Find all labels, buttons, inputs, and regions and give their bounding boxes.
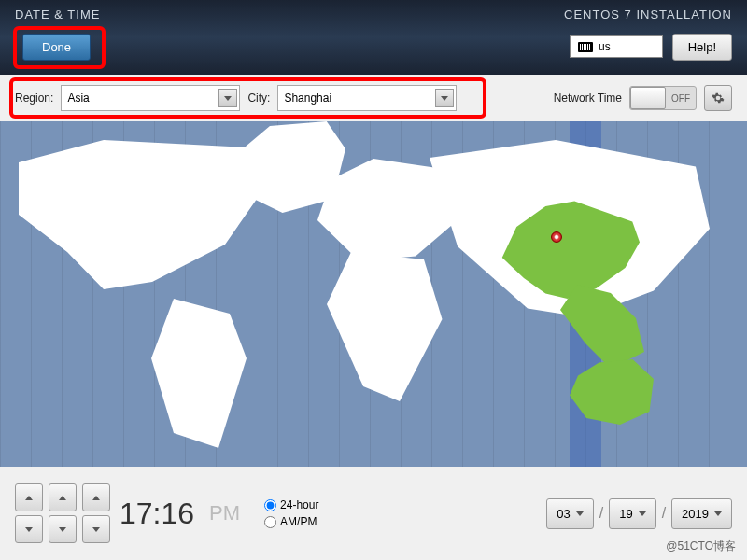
year-dropdown[interactable]: 2019	[671, 498, 732, 529]
hour-up-button[interactable]	[15, 483, 43, 511]
day-dropdown[interactable]: 19	[609, 498, 655, 529]
timezone-map[interactable]	[0, 121, 747, 467]
done-button[interactable]: Done	[22, 34, 91, 61]
time-display: 17:16	[120, 497, 194, 531]
network-time-settings-button[interactable]	[704, 85, 732, 111]
minute-up-button[interactable]	[49, 483, 77, 511]
installer-title: CENTOS 7 INSTALLATION	[564, 7, 732, 21]
format-ampm-option[interactable]: AM/PM	[264, 515, 318, 528]
date-group: 03 / 19 / 2019	[546, 498, 732, 529]
minute-spinner	[49, 483, 77, 543]
chevron-up-icon	[59, 496, 66, 500]
selection-bar: Region: Asia City: Shanghai Network Time…	[0, 75, 747, 121]
date-separator: /	[599, 505, 603, 522]
keyboard-layout-indicator[interactable]: us	[570, 35, 663, 58]
landmass-south-america	[140, 299, 252, 448]
help-button[interactable]: Help!	[672, 34, 732, 61]
chevron-down-icon	[576, 511, 584, 516]
network-time-toggle[interactable]: OFF	[629, 86, 697, 110]
minute-value: 16	[161, 497, 194, 530]
city-label: City:	[247, 91, 270, 105]
ampm-spinner	[82, 483, 110, 543]
watermark: @51CTO博客	[666, 539, 736, 554]
chevron-down-icon	[59, 527, 66, 532]
hour-value: 17	[120, 497, 153, 530]
header-bar: DATE & TIME CENTOS 7 INSTALLATION Done u…	[0, 0, 747, 75]
keyboard-layout-value: us	[599, 40, 611, 53]
format-ampm-radio[interactable]	[264, 516, 276, 528]
month-dropdown[interactable]: 03	[546, 498, 593, 529]
region-label: Region:	[15, 91, 53, 105]
keyboard-icon	[578, 42, 593, 52]
time-format-group: 24-hour AM/PM	[264, 498, 318, 528]
hour-down-button[interactable]	[15, 515, 43, 543]
network-time-label: Network Time	[554, 91, 622, 105]
ampm-value: PM	[209, 501, 240, 525]
chevron-down-icon	[218, 89, 237, 107]
chevron-down-icon	[92, 527, 100, 532]
time-date-bar: 17:16 PM 24-hour AM/PM 03 / 19 / 2019	[0, 467, 747, 560]
minute-down-button[interactable]	[49, 515, 77, 543]
ampm-down-button[interactable]	[82, 515, 110, 543]
chevron-down-icon	[435, 89, 454, 107]
gear-icon	[712, 91, 725, 105]
region-dropdown[interactable]: Asia	[61, 85, 240, 111]
city-value: Shanghai	[284, 91, 331, 105]
region-value: Asia	[67, 91, 89, 105]
city-dropdown[interactable]: Shanghai	[277, 85, 457, 111]
format-24h-radio[interactable]	[264, 499, 276, 511]
location-pin-icon	[551, 231, 562, 243]
toggle-knob	[630, 87, 666, 109]
chevron-down-icon	[639, 511, 646, 516]
chevron-up-icon	[92, 496, 100, 500]
chevron-down-icon	[25, 527, 33, 532]
chevron-down-icon	[714, 511, 722, 516]
toggle-state: OFF	[666, 93, 696, 104]
chevron-up-icon	[25, 496, 33, 500]
date-separator: /	[662, 505, 666, 522]
format-24h-option[interactable]: 24-hour	[264, 498, 318, 511]
network-time-group: Network Time OFF	[554, 85, 732, 111]
ampm-up-button[interactable]	[82, 483, 110, 511]
hour-spinner	[15, 483, 43, 543]
landmass-north-america	[19, 140, 261, 289]
landmass-africa	[327, 252, 448, 401]
